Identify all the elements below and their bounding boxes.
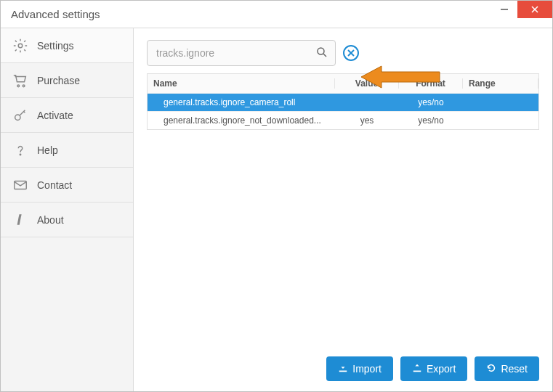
sidebar-item-label: Contact <box>37 179 72 191</box>
table-row[interactable]: general.tracks.ignore_camera_roll yes/no <box>148 93 538 111</box>
sidebar-item-activate[interactable]: Activate <box>1 98 133 133</box>
sidebar: Settings Purchase Activate Help Contact <box>1 28 134 391</box>
sidebar-item-label: Activate <box>37 110 73 121</box>
window-title: Advanced settings <box>11 8 491 20</box>
button-label: Reset <box>501 363 528 375</box>
button-label: Export <box>427 363 456 375</box>
sidebar-item-purchase[interactable]: Purchase <box>1 63 133 98</box>
search-icon[interactable] <box>315 46 328 62</box>
svg-line-11 <box>323 54 326 57</box>
cell-name: general.tracks.ignore_camera_roll <box>148 97 335 107</box>
cell-value[interactable]: yes <box>335 115 399 126</box>
sidebar-item-about[interactable]: i About <box>1 203 133 237</box>
sidebar-item-settings[interactable]: Settings <box>1 28 133 63</box>
button-label: Import <box>352 363 382 375</box>
export-button[interactable]: Export <box>400 356 467 381</box>
question-icon <box>11 141 30 160</box>
svg-point-10 <box>318 48 324 54</box>
mail-icon <box>11 176 30 195</box>
svg-point-5 <box>23 84 25 86</box>
col-header-value[interactable]: Value <box>335 78 399 89</box>
info-icon: i <box>11 211 30 229</box>
search-box <box>147 40 336 66</box>
svg-text:i: i <box>17 212 21 227</box>
reset-icon <box>486 363 496 375</box>
sidebar-item-label: About <box>37 214 64 226</box>
gear-icon <box>11 36 30 55</box>
import-icon <box>338 363 348 375</box>
table-row[interactable]: general.tracks.ignore_not_downloaded... … <box>148 111 538 129</box>
sidebar-item-contact[interactable]: Contact <box>1 168 133 203</box>
sidebar-item-label: Help <box>37 144 58 156</box>
svg-rect-8 <box>15 181 27 189</box>
export-icon <box>412 363 422 375</box>
svg-point-4 <box>17 84 20 86</box>
cell-format: yes/no <box>399 97 463 107</box>
titlebar: Advanced settings <box>1 1 552 28</box>
key-icon <box>11 106 30 125</box>
svg-point-3 <box>18 44 23 48</box>
col-header-range[interactable]: Range <box>463 78 538 89</box>
sidebar-item-label: Settings <box>37 40 74 52</box>
main-panel: Name Value Format Range general.tracks.i… <box>134 28 552 391</box>
svg-point-6 <box>15 115 20 120</box>
search-bar <box>134 28 552 73</box>
clear-search-button[interactable] <box>343 45 359 61</box>
import-button[interactable]: Import <box>326 356 393 381</box>
search-input[interactable] <box>147 40 336 66</box>
cart-icon <box>11 71 30 90</box>
col-header-name[interactable]: Name <box>148 78 335 89</box>
close-button[interactable] <box>517 1 552 18</box>
cell-name: general.tracks.ignore_not_downloaded... <box>148 115 335 126</box>
footer-buttons: Import Export Reset <box>326 356 539 381</box>
sidebar-item-help[interactable]: Help <box>1 133 133 168</box>
minimize-button[interactable] <box>491 1 517 18</box>
col-header-format[interactable]: Format <box>399 78 463 89</box>
settings-table: Name Value Format Range general.tracks.i… <box>147 73 539 130</box>
reset-button[interactable]: Reset <box>475 356 539 381</box>
cell-format: yes/no <box>399 115 463 126</box>
svg-point-7 <box>20 154 20 155</box>
sidebar-item-label: Purchase <box>37 75 80 86</box>
table-header: Name Value Format Range <box>148 74 538 93</box>
